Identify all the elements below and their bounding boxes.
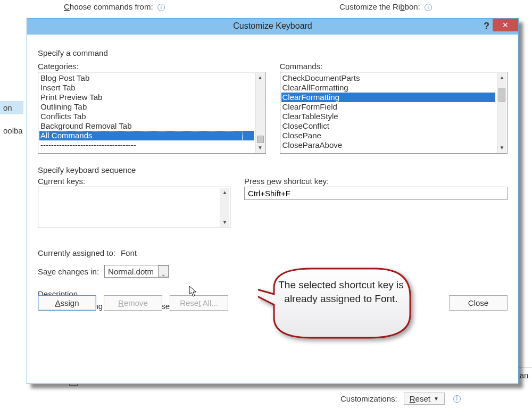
save-in-label: Save changes in: <box>38 267 99 276</box>
commands-label: Commands: <box>280 62 508 71</box>
scroll-thumb[interactable] <box>498 88 505 102</box>
list-item[interactable]: ClosePane <box>281 131 496 140</box>
close-dialog-button[interactable]: Close <box>449 295 508 311</box>
press-shortcut-label: Press new shortcut key: <box>244 177 508 186</box>
titlebar: Customize Keyboard ? ✕ <box>27 19 518 35</box>
help-button[interactable]: ? <box>484 21 489 32</box>
shortcut-input[interactable] <box>244 187 508 200</box>
current-keys-listbox[interactable]: ▲ ▼ <box>38 187 230 228</box>
list-item[interactable]: Outlining Tab <box>39 102 254 112</box>
save-in-value: Normal.dotm <box>105 267 158 276</box>
list-item[interactable]: CloseConflict <box>281 121 496 131</box>
remove-button: Remove <box>104 295 162 311</box>
scrollbar[interactable]: ▲ ▼ <box>497 73 506 153</box>
chevron-down-icon: ▼ <box>434 396 439 402</box>
scroll-up-icon[interactable]: ▲ <box>256 73 265 82</box>
bg-customizations-label: Customizations: <box>340 394 397 403</box>
list-item[interactable]: Print Preview Tab <box>39 93 254 102</box>
chevron-down-icon[interactable]: ⌄ <box>158 265 169 277</box>
bg-customize-label: Customize the Ribbon: i <box>339 2 432 11</box>
list-item-selected[interactable]: All Commands <box>39 131 254 140</box>
scroll-up-icon[interactable]: ▲ <box>220 188 229 197</box>
specify-sequence-label: Specify keyboard sequence <box>38 165 508 174</box>
list-item[interactable]: ------------------------------------ <box>39 140 254 150</box>
categories-label: Categories: <box>38 62 266 71</box>
scroll-down-icon[interactable]: ▼ <box>220 218 229 227</box>
currently-assigned-value: Font <box>121 248 137 257</box>
bg-sidebar-fragment: on oolba <box>0 101 23 137</box>
save-in-combo[interactable]: Normal.dotm ⌄ <box>104 265 169 278</box>
reset-dropdown-button[interactable]: Reset ▼ <box>404 393 445 405</box>
customize-keyboard-dialog: Customize Keyboard ? ✕ Specify a command… <box>27 18 519 384</box>
info-icon: i <box>453 395 461 403</box>
list-item-selected[interactable]: ClearFormatting <box>281 93 496 102</box>
scroll-thumb[interactable] <box>257 136 264 143</box>
scrollbar[interactable]: ▲ ▼ <box>255 73 265 153</box>
assign-button[interactable]: Assign <box>38 295 96 311</box>
info-icon: i <box>157 4 165 11</box>
scroll-up-icon[interactable]: ▲ <box>497 73 506 82</box>
list-item[interactable]: ClearFormField <box>281 102 496 112</box>
reset-all-button: Reset All... <box>170 295 228 311</box>
specify-command-label: Specify a command <box>38 48 508 57</box>
dialog-title: Customize Keyboard <box>27 21 518 31</box>
scroll-down-icon[interactable]: ▼ <box>256 143 265 153</box>
list-item[interactable]: Blog Post Tab <box>39 73 254 83</box>
list-item[interactable]: CheckDocumentParts <box>281 73 496 83</box>
categories-listbox[interactable]: Blog Post Tab Insert Tab Print Preview T… <box>38 72 266 154</box>
list-item[interactable]: Background Removal Tab <box>39 121 254 131</box>
list-item[interactable]: Conflicts Tab <box>39 112 254 121</box>
currently-assigned-row: Currently assigned to:Font <box>38 248 508 257</box>
list-item[interactable]: CloseParaAbove <box>281 140 496 150</box>
close-button[interactable]: ✕ <box>493 19 518 31</box>
list-item[interactable]: Insert Tab <box>39 83 254 93</box>
list-item[interactable]: ClearAllFormatting <box>281 83 496 93</box>
commands-listbox[interactable]: CheckDocumentParts ClearAllFormatting Cl… <box>280 72 508 154</box>
info-icon: i <box>425 4 432 11</box>
scroll-down-icon[interactable]: ▼ <box>497 143 506 153</box>
bg-choose-label: Choose commands from: i <box>64 2 165 11</box>
scrollbar[interactable]: ▲ ▼ <box>220 188 229 227</box>
list-item[interactable]: ClearTableStyle <box>281 112 496 121</box>
current-keys-label: Current keys: <box>38 177 230 186</box>
